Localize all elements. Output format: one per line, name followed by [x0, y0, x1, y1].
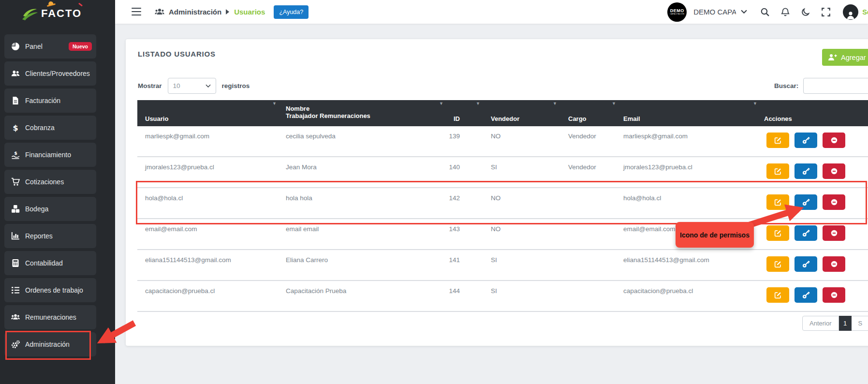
cell-cargo [549, 188, 612, 218]
deactivate-button[interactable] [823, 225, 845, 241]
column-header-nombre[interactable]: Nombre Trabajador Remuneraciones [278, 100, 442, 126]
cell-nombre: email email [278, 219, 442, 249]
table-row: email@email.com email email 143 NO email… [137, 219, 868, 250]
edit-button[interactable] [766, 256, 789, 272]
sort-icon[interactable]: ▼ [612, 101, 616, 106]
table-row: eliana151144513@gmail.com Eliana Carrero… [137, 250, 868, 281]
invoice-icon [11, 96, 20, 105]
sidebar-item-financiamiento[interactable]: $ Financiamiento [4, 143, 96, 167]
search-icon[interactable] [760, 7, 770, 17]
sort-icon[interactable]: ▼ [753, 101, 757, 106]
page-length-select[interactable]: 10 [168, 78, 216, 94]
caret-right-icon [226, 9, 230, 15]
cell-vendedor: NO [471, 188, 549, 218]
column-header-nombre-line1: Nombre [286, 105, 442, 112]
sidebar-item-remuneraciones[interactable]: Remuneraciones [4, 305, 96, 329]
permissions-key-button[interactable] [794, 256, 817, 272]
edit-button[interactable] [766, 133, 789, 148]
key-icon [802, 291, 810, 299]
key-icon [802, 229, 810, 237]
pie-chart-icon [11, 42, 20, 51]
add-user-button[interactable]: Agregar [822, 49, 868, 66]
task-list-icon [11, 286, 20, 295]
length-control: Mostrar 10 registros [138, 78, 250, 94]
cell-id: 142 [442, 188, 471, 218]
permissions-key-button[interactable] [794, 163, 817, 179]
cell-nombre: Eliana Carrero [278, 250, 442, 280]
permissions-key-button[interactable] [794, 133, 817, 148]
sidebar-item-reportes[interactable]: Reportes [4, 224, 96, 248]
pagination-previous-button[interactable]: Anterior [802, 316, 839, 331]
breadcrumb-section[interactable]: Administración [169, 8, 221, 16]
brand-logo[interactable]: FACTO [0, 0, 115, 27]
cell-vendedor: SI [471, 250, 549, 280]
breadcrumb: Administración Usuarios ¿Ayuda? [155, 0, 309, 24]
length-prefix-label: Mostrar [138, 82, 162, 89]
deactivate-button[interactable] [823, 133, 845, 148]
table-row: jmorales123@prueba.cl Jean Mora 140 SI V… [137, 157, 868, 188]
sort-icon[interactable]: ▼ [476, 101, 480, 106]
cell-id: 139 [442, 126, 471, 156]
dark-mode-moon-icon[interactable] [801, 7, 810, 17]
permissions-key-button[interactable] [794, 287, 817, 303]
company-logo-badge[interactable]: DEMO CAPACITACIÓN [667, 2, 687, 22]
sidebar-item-facturacion[interactable]: Facturación [4, 89, 96, 113]
pagination-next-button[interactable]: S [852, 316, 868, 331]
key-icon [802, 260, 810, 268]
cell-vendedor: NO [471, 219, 549, 249]
sidebar-item-ordenes-de-trabajo[interactable]: Ordenes de trabajo [4, 278, 96, 302]
sidebar-item-label: Clientes/Proveedores [25, 70, 90, 77]
edit-button[interactable] [766, 194, 789, 210]
deactivate-button[interactable] [823, 287, 845, 303]
sidebar-item-panel[interactable]: Panel Nuevo [4, 34, 96, 59]
chevron-down-icon[interactable] [741, 10, 747, 14]
fullscreen-icon[interactable] [821, 7, 831, 17]
bell-icon[interactable] [780, 7, 790, 17]
sidebar-item-cotizaciones[interactable]: Cotizaciones [4, 170, 96, 194]
sidebar-item-administracion[interactable]: Administración [4, 332, 96, 356]
cell-cargo [549, 281, 612, 311]
deactivate-button[interactable] [823, 163, 845, 179]
company-name[interactable]: DEMO CAPA [693, 8, 736, 16]
sort-icon[interactable]: ▼ [272, 101, 277, 106]
sort-icon[interactable]: ▼ [553, 101, 557, 106]
pagination-page-1[interactable]: 1 [839, 316, 852, 331]
deactivate-button[interactable] [823, 256, 845, 272]
sidebar-item-cobranza[interactable]: $ Cobranza [4, 116, 96, 140]
cell-acciones [752, 281, 868, 311]
column-header-usuario[interactable]: Usuario [137, 100, 278, 126]
edit-button[interactable] [766, 287, 789, 303]
edit-button[interactable] [766, 163, 789, 179]
cell-acciones [752, 157, 868, 187]
sidebar-item-label: Panel [25, 43, 43, 50]
cell-vendedor: SI [471, 281, 549, 311]
column-header-nombre-line2: Trabajador Remuneraciones [286, 112, 442, 119]
permissions-key-button[interactable] [794, 225, 817, 241]
users-group-icon [11, 313, 20, 322]
cell-usuario: capacitacion@prueba.cl [137, 281, 278, 311]
column-header-email[interactable]: Email [612, 100, 752, 126]
edit-button[interactable] [766, 225, 789, 241]
menu-toggle-icon[interactable] [132, 8, 141, 15]
sidebar-item-label: Facturación [25, 97, 60, 104]
sidebar-item-clientes-proveedores[interactable]: Clientes/Proveedores [4, 61, 96, 86]
column-header-cargo[interactable]: Cargo [549, 100, 612, 126]
deactivate-button[interactable] [823, 194, 845, 210]
key-icon [802, 136, 810, 144]
help-button[interactable]: ¿Ayuda? [274, 5, 309, 19]
sort-icon[interactable]: ▼ [439, 101, 443, 106]
sidebar-item-bodega[interactable]: Bodega [4, 197, 96, 221]
key-icon [802, 198, 810, 206]
search-input[interactable] [803, 78, 868, 94]
column-header-vendedor[interactable]: Vendedor [471, 100, 549, 126]
permissions-key-button[interactable] [794, 194, 817, 210]
column-header-id[interactable]: ID [442, 100, 471, 126]
company-badge-text: DEMO [670, 9, 684, 13]
user-avatar[interactable] [843, 4, 858, 20]
pen-square-icon [774, 168, 781, 175]
column-header-acciones: Acciones [752, 100, 868, 126]
cell-usuario: email@email.com [137, 219, 278, 249]
table-row: marliespk@gmail.com cecilia sepulveda 13… [137, 126, 868, 157]
user-name[interactable]: Se [862, 8, 868, 16]
sidebar-item-contabilidad[interactable]: Contabilidad [4, 251, 96, 275]
